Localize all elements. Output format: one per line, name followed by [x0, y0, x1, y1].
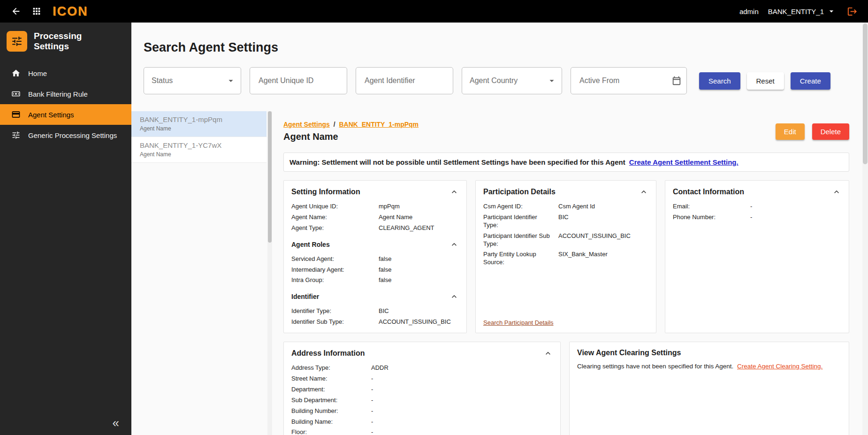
breadcrumb-agent-id-link[interactable]: BANK_ENTITY_1-mpPqm — [339, 121, 419, 128]
chevron-down-icon — [226, 76, 236, 86]
field-value: ACCOUNT_ISSUING_BIC — [558, 232, 648, 248]
status-select-label: Status — [152, 76, 173, 85]
card-title: Setting Information — [291, 188, 360, 196]
sidebar-item-agent-settings[interactable]: Agent Settings — [0, 104, 131, 125]
field-row: Csm Agent ID: Csm Agent Id — [483, 203, 648, 211]
active-from-field-wrap — [571, 67, 687, 94]
search-button[interactable]: Search — [699, 72, 740, 90]
sidebar-item-bank-filtering-rule[interactable]: Bank Filtering Rule — [0, 84, 131, 104]
back-button[interactable] — [9, 5, 23, 18]
detail-header: Agent Settings / BANK_ENTITY_1-mpPqm Age… — [283, 121, 849, 142]
page-title: Search Agent Settings — [144, 40, 849, 55]
field-value: - — [371, 397, 553, 404]
search-participant-details-link[interactable]: Search Participant Details — [483, 313, 554, 326]
field-row: Sub Department: - — [291, 397, 553, 404]
page-scrollbar-thumb[interactable] — [863, 23, 868, 164]
sidebar-item-label: Generic Processing Settings — [28, 131, 117, 139]
user-name: admin — [739, 8, 759, 15]
field-row: Building Name: - — [291, 418, 553, 426]
field-row: Email: - — [673, 203, 841, 211]
agent-list-item[interactable]: BANK_ENTITY_1-mpPqm Agent Name — [131, 111, 266, 137]
field-value: ADDR — [371, 364, 553, 372]
agent-country-select[interactable]: Agent Country — [462, 67, 562, 94]
apps-grid-button[interactable] — [30, 5, 43, 18]
sidebar-item-home[interactable]: Home — [0, 63, 131, 84]
field-row: Identifier Sub Type: ACCOUNT_ISSUING_BIC — [291, 318, 459, 326]
tune-icon — [11, 130, 21, 140]
agent-detail-title: Agent Name — [283, 131, 419, 142]
agent-identifier-input[interactable] — [364, 76, 448, 85]
agent-country-select-label: Agent Country — [470, 76, 518, 85]
agent-clearing-settings-card: View Agent Clearing Settings Clearing se… — [569, 342, 849, 435]
field-row: Intra Group: false — [291, 276, 459, 284]
field-label: Building Name: — [291, 418, 371, 426]
chevron-up-icon[interactable] — [832, 187, 841, 197]
field-value: - — [371, 418, 553, 426]
agent-list-item[interactable]: BANK_ENTITY_1-YC7wX Agent Name — [131, 137, 266, 163]
card-title: Contact Information — [673, 188, 744, 196]
field-label: Participant Identifier Type: — [483, 214, 558, 229]
agent-list-item-id: BANK_ENTITY_1-mpPqm — [140, 115, 261, 123]
card-title: Participation Details — [483, 188, 556, 196]
field-label: Agent Unique ID: — [291, 203, 379, 211]
field-row: Participant Identifier Sub Type: ACCOUNT… — [483, 232, 648, 248]
filter-bar: Status Agent Country — [144, 67, 849, 94]
chevron-up-icon[interactable] — [449, 292, 459, 301]
status-select[interactable]: Status — [144, 67, 241, 94]
field-row: Party Entity Lookup Source: SIX_Bank_Mas… — [483, 251, 648, 267]
agent-unique-id-input[interactable] — [258, 76, 342, 85]
chevron-up-icon[interactable] — [449, 240, 459, 249]
address-information-card: Address Information Address Type: ADDR — [283, 342, 561, 435]
agent-identifier-field-wrap — [356, 67, 453, 94]
search-section: Search Agent Settings Status Agent Count… — [131, 23, 868, 94]
sidebar-collapse-button[interactable]: « — [110, 416, 122, 429]
field-value: ACCOUNT_ISSUING_BIC — [379, 318, 459, 326]
sidebar-item-generic-processing-settings[interactable]: Generic Processing Settings — [0, 125, 131, 145]
clearing-settings-text: Clearing settings have not been specifie… — [577, 363, 733, 370]
main-content: Search Agent Settings Status Agent Count… — [131, 23, 868, 435]
entity-selector[interactable]: BANK_ENTITY_1 — [768, 7, 836, 16]
page-scrollbar[interactable] — [862, 23, 868, 435]
chevron-up-icon[interactable] — [639, 187, 648, 197]
field-row: Agent Unique ID: mpPqm — [291, 203, 459, 211]
create-agent-settlement-setting-link[interactable]: Create Agent Settlement Setting. — [629, 158, 739, 166]
bank-filtering-rule-icon — [11, 89, 21, 99]
active-from-input[interactable] — [579, 76, 671, 85]
cards-row-1: Setting Information Agent Unique ID: mpP… — [283, 180, 849, 333]
field-row: Street Name: - — [291, 375, 553, 383]
breadcrumb-separator: / — [334, 121, 335, 128]
field-label: Address Type: — [291, 364, 371, 372]
calendar-icon[interactable] — [671, 76, 682, 86]
list-scrollbar[interactable] — [267, 111, 272, 435]
field-row: Identifier Type: BIC — [291, 307, 459, 315]
agent-list-item-id: BANK_ENTITY_1-YC7wX — [140, 141, 261, 149]
breadcrumb-agent-settings-link[interactable]: Agent Settings — [283, 121, 330, 128]
chevron-up-icon[interactable] — [543, 349, 553, 358]
settlement-warning: Warning: Settlement will not be possible… — [283, 153, 849, 172]
field-label: Sub Department: — [291, 397, 371, 404]
reset-button[interactable]: Reset — [747, 72, 784, 90]
field-value: - — [750, 203, 841, 211]
create-agent-clearing-setting-link[interactable]: Create Agent Clearing Setting. — [737, 363, 822, 370]
edit-button[interactable]: Edit — [776, 123, 805, 140]
sidebar-item-label: Agent Settings — [28, 111, 74, 119]
agent-unique-id-field-wrap — [250, 67, 347, 94]
field-row: Serviced Agent: false — [291, 255, 459, 263]
agent-list: BANK_ENTITY_1-mpPqm Agent Name BANK_ENTI… — [131, 111, 266, 435]
field-label: Serviced Agent: — [291, 255, 379, 263]
field-row: Address Type: ADDR — [291, 364, 553, 372]
list-scrollbar-thumb[interactable] — [268, 111, 272, 243]
contact-information-card: Contact Information Email: - — [665, 180, 849, 333]
field-label: Email: — [673, 203, 750, 211]
apps-grid-icon — [31, 6, 42, 16]
logout-icon — [847, 6, 858, 17]
field-label: Csm Agent ID: — [483, 203, 558, 211]
logout-button[interactable] — [845, 5, 859, 18]
breadcrumb: Agent Settings / BANK_ENTITY_1-mpPqm — [283, 121, 419, 128]
chevron-up-icon[interactable] — [449, 187, 459, 197]
field-value: Csm Agent Id — [558, 203, 648, 211]
field-value: - — [371, 386, 553, 394]
sidebar-title: Processing Settings — [34, 31, 95, 52]
delete-button[interactable]: Delete — [812, 123, 849, 140]
create-button[interactable]: Create — [791, 72, 830, 90]
